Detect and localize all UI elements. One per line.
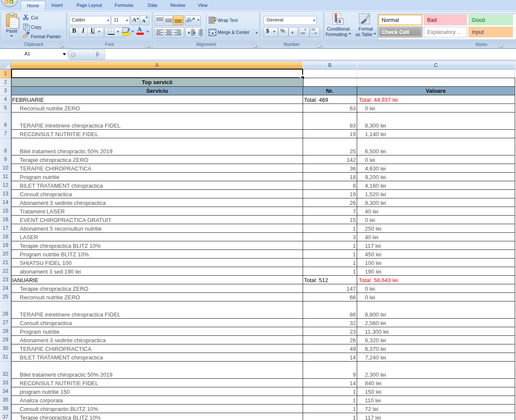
- svg-text:a: a: [212, 30, 214, 35]
